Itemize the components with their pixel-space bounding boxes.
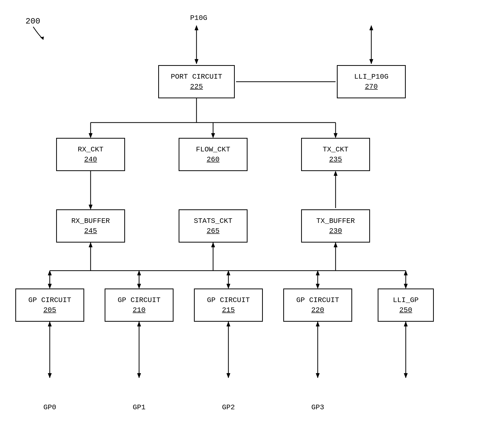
lli-gp-num: 250 <box>399 305 412 315</box>
svg-marker-55 <box>404 373 408 378</box>
svg-marker-12 <box>211 133 215 138</box>
svg-marker-16 <box>89 205 92 209</box>
flow-ckt-label: FLOW_CKT <box>196 145 230 154</box>
svg-marker-6 <box>370 59 373 64</box>
svg-marker-2 <box>195 26 198 30</box>
rx-ckt-num: 240 <box>84 154 97 164</box>
diagram: 200 <box>0 0 504 444</box>
tx-ckt-box: TX_CKT 235 <box>301 138 370 171</box>
svg-marker-21 <box>89 243 92 247</box>
svg-marker-42 <box>48 322 52 326</box>
svg-marker-32 <box>227 284 230 289</box>
lli-gp-label: LLI_GP <box>393 295 419 305</box>
tx-buffer-num: 230 <box>329 226 342 236</box>
svg-marker-3 <box>195 59 198 64</box>
gp-205-label: GP CIRCUIT <box>28 295 71 305</box>
gp-215-box: GP CIRCUIT 215 <box>194 289 263 322</box>
port-circuit-num: 225 <box>190 82 203 92</box>
stats-ckt-box: STATS_CKT 265 <box>179 209 248 243</box>
gp-220-label: GP CIRCUIT <box>296 295 339 305</box>
svg-marker-26 <box>48 284 52 289</box>
stats-ckt-num: 265 <box>207 226 219 236</box>
gp-210-num: 210 <box>133 305 145 315</box>
svg-marker-14 <box>334 133 337 138</box>
svg-marker-38 <box>404 284 408 289</box>
svg-marker-5 <box>370 26 373 30</box>
svg-marker-24 <box>334 243 337 247</box>
flow-ckt-num: 260 <box>207 154 219 164</box>
svg-marker-33 <box>227 271 230 275</box>
tx-ckt-num: 235 <box>329 154 342 164</box>
stats-ckt-label: STATS_CKT <box>194 216 232 226</box>
svg-marker-10 <box>89 133 92 138</box>
svg-marker-54 <box>404 322 408 326</box>
svg-marker-49 <box>227 373 230 378</box>
svg-marker-40 <box>211 243 215 247</box>
svg-marker-39 <box>404 271 408 275</box>
svg-marker-46 <box>137 373 141 378</box>
gp3-label: GP3 <box>311 403 324 411</box>
gp-220-box: GP CIRCUIT 220 <box>283 289 352 322</box>
svg-marker-43 <box>48 373 52 378</box>
fig-arrow <box>26 24 51 45</box>
svg-marker-51 <box>316 322 319 326</box>
lli-p10g-num: 270 <box>365 82 378 92</box>
gp-215-num: 215 <box>222 305 235 315</box>
svg-marker-45 <box>137 322 141 326</box>
gp-215-label: GP CIRCUIT <box>207 295 250 305</box>
svg-marker-30 <box>137 271 141 275</box>
rx-buffer-label: RX_BUFFER <box>71 216 110 226</box>
rx-ckt-box: RX_CKT 240 <box>56 138 125 171</box>
svg-marker-27 <box>48 271 52 275</box>
svg-marker-36 <box>316 271 319 275</box>
svg-marker-48 <box>227 322 230 326</box>
port-circuit-label: PORT CIRCUIT <box>171 72 222 82</box>
flow-ckt-box: FLOW_CKT 260 <box>179 138 248 171</box>
p10g-label: P10G <box>190 14 207 22</box>
tx-buffer-label: TX_BUFFER <box>316 216 355 226</box>
gp-210-box: GP CIRCUIT 210 <box>105 289 174 322</box>
tx-ckt-label: TX_CKT <box>323 145 349 154</box>
lli-p10g-box: LLI_P10G 270 <box>337 65 406 98</box>
gp0-label: GP0 <box>43 403 56 411</box>
svg-marker-52 <box>316 373 319 378</box>
gp-205-box: GP CIRCUIT 205 <box>15 289 84 322</box>
tx-buffer-box: TX_BUFFER 230 <box>301 209 370 243</box>
lli-p10g-label: LLI_P10G <box>354 72 388 82</box>
port-circuit-box: PORT CIRCUIT 225 <box>158 65 235 98</box>
gp-210-label: GP CIRCUIT <box>118 295 161 305</box>
gp1-label: GP1 <box>133 403 145 411</box>
gp-205-num: 205 <box>43 305 56 315</box>
lli-gp-box: LLI_GP 250 <box>378 289 434 322</box>
gp2-label: GP2 <box>222 403 235 411</box>
rx-buffer-box: RX_BUFFER 245 <box>56 209 125 243</box>
svg-marker-35 <box>316 284 319 289</box>
rx-buffer-num: 245 <box>84 226 97 236</box>
svg-marker-18 <box>334 171 337 176</box>
svg-marker-29 <box>137 284 141 289</box>
rx-ckt-label: RX_CKT <box>78 145 104 154</box>
gp-220-num: 220 <box>311 305 324 315</box>
